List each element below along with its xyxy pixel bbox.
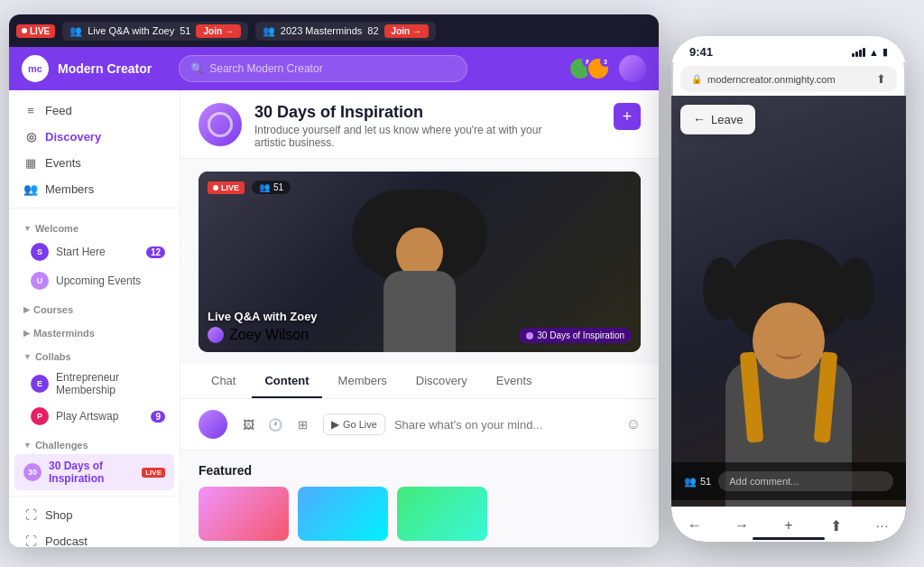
section-masterminds[interactable]: ▶ Masterminds — [9, 319, 180, 342]
strap-left — [400, 351, 418, 352]
join-button-2[interactable]: Join → — [384, 24, 429, 38]
sidebar-sub-start-here[interactable]: S Start Here 12 — [9, 237, 180, 266]
sidebar-sub-upcoming-events[interactable]: U Upcoming Events — [9, 266, 180, 295]
section-challenges[interactable]: ▼ Challenges — [9, 431, 180, 454]
search-bar[interactable]: 🔍 Search Modern Creator — [179, 55, 467, 82]
video-overlay-bottom: Live Q&A with Zoey Zoey Wilson 30 Days o… — [208, 310, 632, 343]
tab-discovery[interactable]: Discovery — [403, 365, 480, 398]
user-avatar[interactable] — [619, 55, 646, 82]
featured-card-1[interactable] — [199, 487, 289, 541]
featured-card-2[interactable] — [298, 487, 388, 541]
tab-events[interactable]: Events — [484, 365, 545, 398]
courses-label: Courses — [33, 304, 73, 315]
video-people-icon: 👥 — [259, 182, 270, 192]
shop-icon: ⛶ — [23, 508, 38, 522]
video-host-avatar — [208, 327, 224, 343]
section-courses[interactable]: ▶ Courses — [9, 295, 180, 319]
video-people-count: 👥 51 — [252, 181, 291, 194]
event1-count: 51 — [180, 25, 190, 36]
go-live-icon: ▶ — [331, 418, 339, 431]
section-collabs[interactable]: ▼ Collabs — [9, 342, 180, 366]
live-event-2[interactable]: 👥 2023 Masterminds 82 Join → — [255, 22, 436, 41]
sidebar-item-podcast[interactable]: ⛶ Podcast — [9, 528, 180, 547]
tool-image[interactable]: 🖼 — [236, 413, 260, 436]
phone-browser-bar[interactable]: 🔒 moderncreator.onmighty.com ⬆ — [680, 66, 897, 92]
group-title-row: 30 Days of Inspiration Introduce yoursel… — [199, 103, 641, 158]
add-content-button[interactable]: + — [614, 103, 641, 130]
header-avatar-2: 3 — [587, 57, 610, 80]
emoji-button[interactable]: ☺ — [626, 416, 641, 432]
sidebar-item-discovery[interactable]: ◎ Discovery — [9, 124, 180, 150]
phone-leave-bar: ← Leave — [680, 105, 755, 135]
chevron-courses: ▶ — [23, 305, 30, 314]
section-welcome[interactable]: ▼ Welcome — [9, 214, 180, 237]
challenges-label: Challenges — [35, 440, 88, 451]
phone-face — [753, 302, 825, 379]
tool-clock[interactable]: 🕐 — [263, 413, 287, 436]
30days-label: 30 Days of Inspiration — [49, 460, 131, 485]
strap-right — [421, 351, 439, 352]
go-live-button[interactable]: ▶ Go Live — [323, 414, 385, 435]
start-here-badge: 12 — [146, 246, 165, 258]
sidebar-item-members[interactable]: 👥 Members — [9, 176, 180, 202]
live-dot — [22, 28, 27, 33]
composer-avatar — [199, 410, 227, 439]
video-container[interactable]: LIVE 👥 51 Live Q&A with Zoey Zoey Wilson — [199, 172, 641, 352]
leave-label: Leave — [711, 113, 743, 126]
phone-nav-back[interactable]: ← — [680, 515, 709, 536]
phone-nav-add[interactable]: + — [774, 515, 803, 536]
chevron-challenges: ▼ — [23, 441, 32, 450]
sidebar-item-feed[interactable]: ≡ Feed — [9, 98, 180, 124]
tab-members[interactable]: Members — [326, 365, 400, 398]
entrepreneur-label: Entrepreneur Membership — [56, 371, 165, 396]
event2-count: 82 — [367, 25, 378, 36]
phone-home-bar — [753, 537, 825, 540]
tool-grid[interactable]: ⊞ — [291, 413, 314, 436]
30days-live-pill: LIVE — [142, 468, 165, 478]
main-layout: ≡ Feed ◎ Discovery ▦ Events 👥 Members ▼ … — [9, 90, 659, 547]
phone-strap-r — [814, 351, 838, 442]
app-logo: mc — [22, 55, 49, 82]
lock-icon: 🔒 — [691, 74, 702, 84]
sidebar-item-events[interactable]: ▦ Events — [9, 150, 180, 176]
video-group-tag-text: 30 Days of Inspiration — [537, 330, 624, 340]
phone-nav-share[interactable]: ⬆ — [821, 515, 850, 536]
video-title-area: Live Q&A with Zoey Zoey Wilson — [208, 310, 318, 343]
group-icon-inner — [208, 112, 233, 137]
entrepreneur-avatar: E — [31, 375, 49, 393]
bar2 — [855, 51, 858, 57]
sidebar-sub-play-artswap[interactable]: P Play Artswap 9 — [9, 402, 180, 431]
featured-card-3[interactable] — [397, 487, 487, 541]
phone-nav-more[interactable]: ··· — [868, 515, 897, 536]
signal-bars — [852, 48, 865, 57]
feed-label: Feed — [45, 104, 72, 117]
start-here-avatar: S — [31, 243, 49, 261]
live-event-1[interactable]: 👥 Live Q&A with Zoey 51 Join → — [62, 22, 248, 41]
artswap-avatar: P — [31, 407, 49, 425]
join-button-1[interactable]: Join → — [196, 24, 240, 38]
chevron-collabs: ▼ — [23, 352, 32, 361]
people-icon-1: 👥 — [69, 25, 82, 37]
video-count: 51 — [273, 182, 283, 192]
tab-content[interactable]: Content — [252, 365, 321, 398]
phone-nav-forward[interactable]: → — [727, 515, 756, 536]
sidebar-sub-entrepreneur[interactable]: E Entrepreneur Membership — [9, 366, 180, 402]
bar3 — [859, 50, 862, 57]
chevron-welcome: ▼ — [23, 224, 32, 233]
sidebar-item-shop[interactable]: ⛶ Shop — [9, 502, 180, 528]
back-arrow-icon: ← — [693, 112, 706, 126]
tab-chat[interactable]: Chat — [199, 365, 248, 398]
artswap-badge: 9 — [151, 411, 165, 423]
bar4 — [863, 48, 865, 57]
share-icon[interactable]: ⬆ — [876, 72, 886, 86]
shop-label: Shop — [45, 508, 72, 522]
post-input[interactable] — [394, 418, 617, 432]
browser-url: moderncreator.onmighty.com — [707, 74, 871, 85]
video-title: Live Q&A with Zoey — [208, 310, 318, 323]
add-comment-input[interactable]: Add comment... — [718, 471, 893, 491]
phone-frame: 9:41 ▲ ▮ 🔒 moderncreator.onmighty.com ⬆ … — [671, 36, 906, 542]
video-host-row: Zoey Wilson — [208, 327, 318, 343]
featured-row — [199, 487, 641, 541]
artswap-label: Play Artswap — [56, 410, 118, 423]
sidebar-sub-30days[interactable]: 30 30 Days of Inspiration LIVE — [14, 454, 174, 490]
